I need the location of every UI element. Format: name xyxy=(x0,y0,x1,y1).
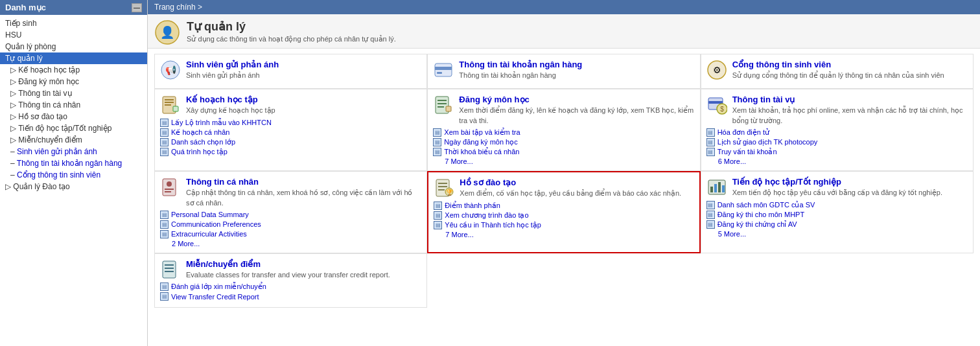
doc-icon: ▤ xyxy=(160,230,169,238)
sidebar-item-ho-so-dao-tao[interactable]: ▷ Hồ sơ đào tạo xyxy=(5,111,147,122)
sidebar-item-prefix: – xyxy=(10,170,17,179)
sidebar-item-link[interactable]: Sinh viên gửi phản ánh xyxy=(17,147,97,156)
card-link[interactable]: Đăng ký thi cho môn MHPT xyxy=(718,211,805,218)
sidebar-item-dang-ky-mon-hoc[interactable]: ▷ Đăng ký môn học xyxy=(5,76,147,87)
sidebar-item-prefix: ▷ xyxy=(10,65,18,75)
card-header: Thông tin tài khoản ngân hàng Thông tin … xyxy=(433,60,694,80)
sidebar-item-label: HSU xyxy=(5,30,21,40)
card-link[interactable]: Personal Data Summary xyxy=(171,211,249,218)
card-link[interactable]: Ngày đăng ký môn học xyxy=(444,138,517,146)
card-link[interactable]: Quá trình học tập xyxy=(171,148,228,156)
sidebar-item-cong-thong-tin[interactable]: – Cổng thông tin sinh viên xyxy=(5,169,147,181)
svg-rect-23 xyxy=(163,179,176,196)
breadcrumb: Trang chính > xyxy=(148,0,980,14)
breadcrumb-home[interactable]: Trang chính xyxy=(154,3,196,12)
card-link[interactable]: Lịch sử giao dịch TK photocopy xyxy=(718,138,818,146)
svg-rect-37 xyxy=(722,185,725,192)
card-links: ▤ Xem bài tập và kiểm tra ▤ Ngày đăng ký… xyxy=(433,128,694,165)
card-link[interactable]: Communication Preferences xyxy=(171,220,261,228)
sidebar-item-link[interactable]: Cổng thông tin sinh viên xyxy=(17,170,100,179)
card-title[interactable]: Miễn/chuyển điểm xyxy=(186,259,261,269)
card-link-item: ▤ Quá trình học tập xyxy=(160,148,421,156)
card-more-link[interactable]: 2 More... xyxy=(172,240,421,248)
card-title-block: Thông tin tài vụ Xem tài khoản, trả học … xyxy=(732,95,968,126)
card-title-block: Thông tin tài khoản ngân hàng Thông tin … xyxy=(459,60,694,80)
card-link[interactable]: Danh sách chọn lớp xyxy=(171,138,235,146)
card-title[interactable]: Sinh viên gửi phản ánh xyxy=(186,60,279,69)
sidebar-item-link[interactable]: Thông tin tài khoản ngân hàng xyxy=(17,159,122,168)
card-link[interactable]: Yêu cầu in Thành tích học tập xyxy=(445,221,541,229)
svg-rect-39 xyxy=(165,264,174,266)
doc-icon: ▤ xyxy=(160,119,169,127)
card-desc: Cập nhật thông tin cá nhân, xem khoá hồ … xyxy=(186,188,421,208)
card-header: Đăng ký môn học Xem thời điểm đăng ký, l… xyxy=(433,95,694,126)
card-more-link[interactable]: 7 More... xyxy=(445,157,694,165)
card-cong-thong-tin-sinh-vien: ⚙ Cổng thông tin sinh viên Sử dụng cổng … xyxy=(701,54,974,89)
sidebar-item-thong-tin-ca-nhan[interactable]: ▷ Thông tin cá nhân xyxy=(5,99,147,111)
svg-rect-36 xyxy=(718,182,721,192)
sidebar-collapse-button[interactable]: — xyxy=(132,3,142,12)
card-link-item: ▤ Xem chương trình đào tạo xyxy=(434,211,694,220)
sidebar-item-quan-ly-phong[interactable]: Quản lý phòng xyxy=(0,41,147,52)
card-link[interactable]: Xem bài tập và kiểm tra xyxy=(444,128,520,137)
doc-icon: ▤ xyxy=(160,148,169,156)
svg-rect-34 xyxy=(710,187,713,192)
sidebar-item-label: Tự quản lý xyxy=(5,54,43,63)
card-more-link[interactable]: 7 More... xyxy=(445,231,694,238)
svg-point-24 xyxy=(167,181,172,187)
page-header: 👤 Tự quản lý Sử dụng các thông tin và ho… xyxy=(148,14,980,49)
card-link[interactable]: Kế hoạch cá nhân xyxy=(171,128,229,137)
card-link[interactable]: Hóa đơn điện tử xyxy=(718,128,769,137)
card-link[interactable]: Lấy Lộ trình mẫu vào KHHTCN xyxy=(171,119,272,127)
card-title[interactable]: Tiến độ học tập/Tốt nghiệp xyxy=(732,177,841,187)
sidebar-item-prefix: ▷ xyxy=(10,112,18,121)
card-link[interactable]: Truy vấn tài khoản xyxy=(718,148,777,156)
card-title[interactable]: Thông tin cá nhân xyxy=(186,177,259,187)
card-title[interactable]: Cổng thông tin sinh viên xyxy=(732,60,831,69)
card-title[interactable]: Kế hoạch học tập xyxy=(186,95,258,104)
card-link[interactable]: Extracurricular Activities xyxy=(171,230,247,238)
sidebar: Danh mục — Tiếp sinhHSUQuản lý phòngTự q… xyxy=(0,0,148,346)
card-link-item: ▤ Ngày đăng ký môn học xyxy=(433,138,694,146)
card-title-block: Cổng thông tin sinh viên Sử dụng cổng th… xyxy=(732,60,968,80)
card-more-link[interactable]: 5 More... xyxy=(718,230,968,238)
card-link-item: ▤ Extracurricular Activities xyxy=(160,230,421,238)
card-link[interactable]: Xem chương trình đào tạo xyxy=(445,211,528,220)
svg-rect-40 xyxy=(165,268,174,269)
sidebar-item-tiep-sinh[interactable]: Tiếp sinh xyxy=(0,17,147,29)
page-title-block: Tự quản lý Sử dụng các thông tin và hoạt… xyxy=(187,19,396,43)
sidebar-item-quan-ly-dao-tao[interactable]: ▷ Quản lý Đào tạo xyxy=(0,181,147,192)
card-dang-ky-mon-hoc: Đăng ký môn học Xem thời điểm đăng ký, l… xyxy=(427,89,700,171)
sidebar-item-label: Đăng ký môn học xyxy=(18,77,79,86)
doc-icon: ▤ xyxy=(706,138,715,146)
sidebar-item-hsu[interactable]: HSU xyxy=(0,29,147,41)
card-link[interactable]: Danh sách môn GDTC của SV xyxy=(718,201,815,209)
card-desc: Xây dựng kế hoạch học tập xyxy=(186,106,421,115)
sidebar-item-tu-quan-ly[interactable]: Tự quản lý xyxy=(0,52,147,64)
card-header: Kế hoạch học tập Xây dựng kế hoạch học t… xyxy=(160,95,421,115)
card-header: Miễn/chuyển điểm Evaluate classes for tr… xyxy=(160,259,421,280)
sidebar-item-prefix: ▷ xyxy=(10,100,18,110)
sidebar-item-mien-chuyen-diem[interactable]: ▷ Miễn/chuyển điểm xyxy=(5,134,147,146)
card-link-item: ▤ Personal Data Summary xyxy=(160,211,421,219)
card-link[interactable]: Thời khoá biểu cá nhân xyxy=(444,148,519,156)
sidebar-item-prefix: ▷ xyxy=(10,77,18,86)
sidebar-item-prefix: – xyxy=(10,147,17,156)
sidebar-item-thong-tin-tai-khoan[interactable]: – Thông tin tài khoản ngân hàng xyxy=(5,157,147,169)
sidebar-item-ke-hoach-hoc-tap[interactable]: ▷ Kế hoạch học tập xyxy=(5,64,147,76)
sidebar-item-thong-tin-tai-vu[interactable]: ▷ Thông tin tài vụ xyxy=(5,87,147,99)
card-link[interactable]: Điểm thành phần xyxy=(445,202,500,210)
card-title[interactable]: Hồ sơ đào tạo xyxy=(460,178,516,187)
card-link[interactable]: Đăng ký thi chứng chỉ AV xyxy=(718,220,797,229)
sidebar-item-sinh-vien-gui[interactable]: – Sinh viên gửi phản ánh xyxy=(5,146,147,157)
card-link[interactable]: View Transfer Credit Report xyxy=(171,293,259,301)
card-mien-chuyen-diem: Miễn/chuyển điểm Evaluate classes for tr… xyxy=(154,253,427,308)
card-more-link[interactable]: 6 More... xyxy=(718,157,968,165)
card-title[interactable]: Thông tin tài vụ xyxy=(732,95,795,104)
card-link[interactable]: Đánh giá lớp xin miễn/chuyển xyxy=(171,283,266,291)
card-title[interactable]: Đăng ký môn học xyxy=(459,95,529,104)
card-thong-tin-ca-nhan: Thông tin cá nhân Cập nhật thông tin cá … xyxy=(154,171,427,253)
sidebar-item-tien-do-hoc-tap[interactable]: ▷ Tiến độ học tập/Tốt nghiệp xyxy=(5,122,147,134)
sidebar-item-prefix: – xyxy=(10,159,17,168)
card-title[interactable]: Thông tin tài khoản ngân hàng xyxy=(459,60,582,69)
